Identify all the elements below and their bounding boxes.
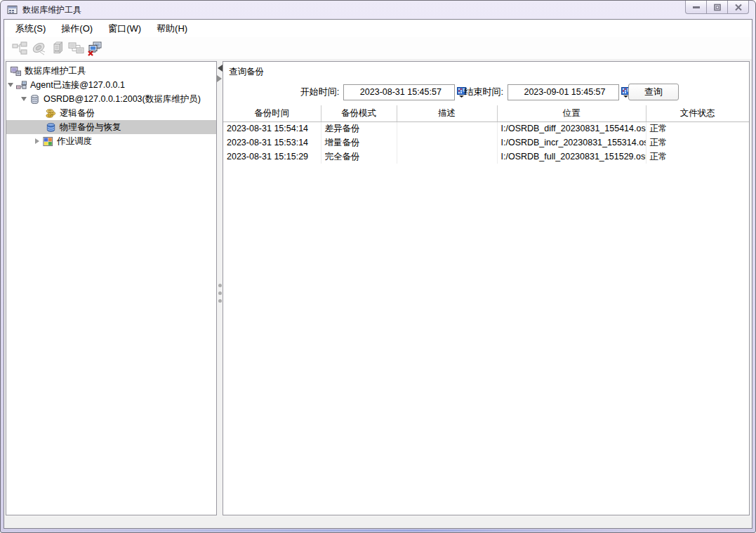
close-icon: [734, 4, 743, 11]
column-file-status[interactable]: 文件状态: [646, 105, 749, 121]
end-time-input[interactable]: [508, 85, 621, 100]
collapsed-arrow-icon[interactable]: [35, 138, 39, 144]
restore-icon: [713, 4, 722, 11]
table-header-row: 备份时间 备份模式 描述 位置 文件状态: [223, 105, 749, 121]
tree-item-job-schedule[interactable]: 作业调度: [6, 134, 216, 148]
menu-window[interactable]: 窗口(W): [100, 20, 149, 37]
window-controls: [686, 1, 749, 14]
job-schedule-icon: [43, 136, 53, 147]
database-server-icon: [29, 94, 40, 105]
table-row[interactable]: 2023-08-31 15:53:14 增量备份 I:/OSRDB_incr_2…: [223, 136, 749, 150]
tree-item-physical-backup[interactable]: 物理备份与恢复: [6, 120, 216, 134]
cell-location: I:/OSRDB_diff_20230831_155414.osrbk: [497, 121, 646, 136]
backup-table: 备份时间 备份模式 描述 位置 文件状态 2023-08-31 15:54:14…: [223, 105, 749, 164]
splitter-grip[interactable]: [218, 279, 222, 307]
cell-description: [397, 121, 497, 136]
cell-location: I:/OSRDB_incr_20230831_155314.osrbk: [497, 136, 646, 150]
agent-icon: [16, 80, 27, 91]
logical-backup-icon: [46, 108, 56, 119]
tree-item-label: 逻辑备份: [60, 107, 95, 119]
tree-item-root[interactable]: 数据库维护工具: [6, 64, 216, 78]
column-description[interactable]: 描述: [397, 105, 497, 121]
cell-backup-mode: 完全备份: [321, 150, 397, 164]
table-row[interactable]: 2023-08-31 15:54:14 差异备份 I:/OSRDB_diff_2…: [223, 121, 749, 136]
cell-backup-time: 2023-08-31 15:54:14: [223, 121, 321, 136]
cell-description: [397, 136, 497, 150]
toolbar: [4, 37, 752, 59]
cell-backup-time: 2023-08-31 15:53:14: [223, 136, 321, 150]
start-time-input[interactable]: [344, 85, 457, 100]
tree-item-agent[interactable]: Agent已连接@127.0.0.1: [6, 78, 216, 92]
minimize-button[interactable]: [685, 1, 707, 14]
backup-disk-icon[interactable]: [29, 39, 48, 58]
navigation-tree: 数据库维护工具 Agent已连接@127.0.0.1: [6, 61, 217, 515]
panel-title: 查询备份: [223, 62, 749, 78]
agent-hierarchy-icon[interactable]: [10, 39, 29, 58]
tree-item-label: OSRDB@127.0.0.1:2003(数据库维护员): [44, 93, 201, 105]
column-backup-time[interactable]: 备份时间: [223, 105, 321, 121]
tree-item-label: 物理备份与恢复: [60, 121, 121, 133]
minimize-icon: [692, 4, 701, 11]
close-button[interactable]: [727, 1, 749, 14]
end-time-field: [508, 84, 619, 100]
cell-file-status: 正常: [646, 121, 749, 136]
query-backup-panel: 查询备份 开始时间:: [223, 61, 750, 515]
menu-help[interactable]: 帮助(H): [149, 20, 195, 37]
window-title: 数据库维护工具: [22, 4, 81, 16]
start-time-field: [343, 84, 455, 100]
query-button[interactable]: 查询: [628, 84, 679, 100]
cell-description: [397, 150, 497, 164]
tree-item-label: 数据库维护工具: [25, 65, 86, 77]
restore-button[interactable]: [706, 1, 728, 14]
cell-backup-mode: 差异备份: [321, 121, 397, 136]
cell-file-status: 正常: [646, 150, 749, 164]
end-time-label: 结束时间:: [464, 86, 503, 98]
cell-file-status: 正常: [646, 136, 749, 150]
expanded-arrow-icon[interactable]: [21, 97, 27, 101]
query-form: 开始时间: 结束时间:: [223, 81, 749, 103]
server-cabinet-icon[interactable]: [48, 39, 67, 58]
title-bar[interactable]: 数据库维护工具: [1, 1, 755, 19]
collapse-right-icon[interactable]: [217, 75, 222, 82]
column-backup-mode[interactable]: 备份模式: [321, 105, 397, 121]
expanded-arrow-icon[interactable]: [8, 83, 13, 87]
app-icon: [7, 4, 18, 15]
status-bar: [4, 517, 752, 528]
collapse-left-icon[interactable]: [218, 65, 223, 72]
disconnect-icon[interactable]: [86, 39, 105, 58]
tree-item-label: Agent已连接@127.0.0.1: [30, 79, 125, 91]
cell-backup-mode: 增量备份: [321, 136, 397, 150]
app-window: 数据库维护工具 系统(S) 操作(O) 窗口(W) 帮助(H): [0, 0, 756, 533]
table-row[interactable]: 2023-08-31 15:15:29 完全备份 I:/OSRDB_full_2…: [223, 150, 749, 164]
menu-system[interactable]: 系统(S): [8, 20, 53, 37]
network-computers-icon[interactable]: [67, 39, 86, 58]
start-time-label: 开始时间:: [300, 86, 340, 98]
tree-item-label: 作业调度: [57, 136, 92, 147]
tree-item-logical-backup[interactable]: 逻辑备份: [6, 106, 216, 120]
workspace: 数据库维护工具 Agent已连接@127.0.0.1: [4, 59, 752, 517]
column-location[interactable]: 位置: [497, 105, 646, 121]
menu-bar: 系统(S) 操作(O) 窗口(W) 帮助(H): [4, 20, 752, 37]
physical-backup-icon: [46, 122, 56, 133]
cell-location: I:/OSRDB_full_20230831_151529.osrbk: [497, 150, 646, 164]
tool-root-icon: [11, 66, 21, 77]
window-body: 系统(S) 操作(O) 窗口(W) 帮助(H): [4, 19, 752, 529]
cell-backup-time: 2023-08-31 15:15:29: [223, 150, 321, 164]
tree-item-osrdb[interactable]: OSRDB@127.0.0.1:2003(数据库维护员): [6, 92, 216, 106]
menu-operation[interactable]: 操作(O): [53, 20, 100, 37]
